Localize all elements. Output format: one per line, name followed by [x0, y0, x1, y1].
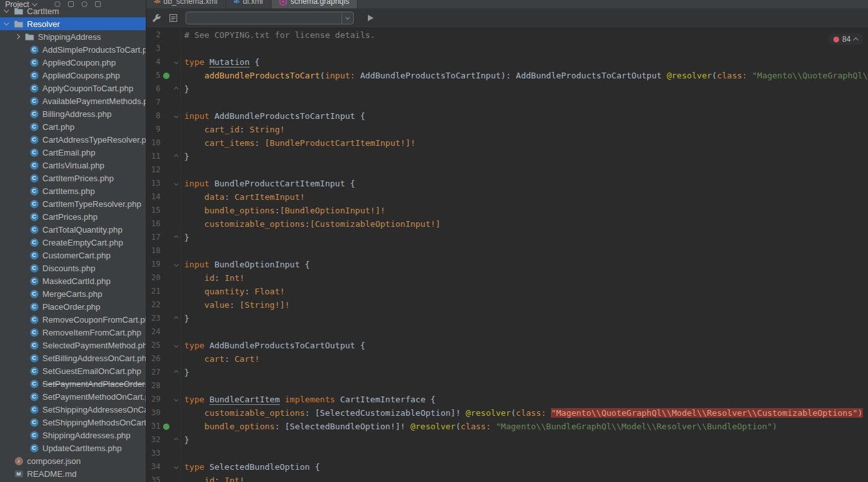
project-tree-item[interactable]: CCartAddressTypeResolver.php: [0, 133, 146, 146]
combo-dropdown-button[interactable]: [342, 12, 353, 24]
chevron-down-icon[interactable]: [3, 22, 10, 26]
fold-marker[interactable]: [174, 154, 178, 159]
code-line[interactable]: 11}: [146, 150, 868, 163]
project-tree-item[interactable]: MREADME.md: [0, 467, 146, 480]
code-line[interactable]: 23}: [146, 312, 868, 325]
project-tree-item[interactable]: CCartEmail.php: [0, 146, 146, 159]
fold-marker[interactable]: [174, 397, 178, 402]
code-line[interactable]: 15 bundle_options:[BundleOptionInput!]!: [146, 204, 868, 217]
project-tree-item[interactable]: Resolver: [0, 17, 146, 30]
project-tree-item[interactable]: CCartTotalQuantity.php: [0, 223, 146, 236]
code-line[interactable]: 33: [146, 447, 868, 460]
code-line[interactable]: 26 cart: Cart!: [146, 352, 868, 366]
code-line[interactable]: 30 customizable_options: [SelectedCustom…: [146, 406, 868, 420]
code-line[interactable]: 35 id: Int!: [146, 474, 868, 482]
code-line[interactable]: 12: [146, 163, 868, 177]
run-icon[interactable]: [368, 15, 374, 21]
project-tree-item[interactable]: CSelectedPaymentMethod.php: [0, 339, 146, 352]
editor[interactable]: 2# See COPYING.txt for license details.3…: [146, 28, 868, 482]
hide-panel-icon[interactable]: [95, 1, 101, 7]
code-line[interactable]: 20 id: Int!: [146, 271, 868, 285]
editor-tab[interactable]: </>db_schema.xml: [146, 0, 226, 8]
project-tree-item[interactable]: CCartItemPrices.php: [0, 172, 146, 184]
code-line[interactable]: 31 bundle_options: [SelectedBundleOption…: [146, 420, 868, 433]
project-tree-item[interactable]: CSetPaymentAndPlaceOrder.php: [0, 377, 146, 390]
code-line[interactable]: 22 value: [String!]!: [146, 298, 868, 312]
run-config-combobox[interactable]: [186, 12, 354, 24]
project-tree-item[interactable]: CCart.php: [0, 120, 146, 133]
code-line[interactable]: 13input BundleProductCartItemInput {: [146, 177, 868, 190]
code-line[interactable]: 2# See COPYING.txt for license details.: [146, 28, 868, 42]
fold-marker[interactable]: [174, 370, 178, 375]
code-line[interactable]: 28: [146, 379, 868, 393]
code-line[interactable]: 16 customizable_options:[CustomizableOpt…: [146, 217, 868, 231]
code-line[interactable]: 29type BundleCartItem implements CartIte…: [146, 393, 868, 406]
project-tree-item[interactable]: CSetBillingAddressOnCart.php: [0, 352, 146, 364]
project-tree-item[interactable]: CMergeCarts.php: [0, 287, 146, 300]
fold-marker[interactable]: [174, 262, 178, 267]
project-tree-item[interactable]: CBillingAddress.php: [0, 107, 146, 120]
project-tree-item[interactable]: CApplyCouponToCart.php: [0, 82, 146, 94]
code-line[interactable]: 32}: [146, 433, 868, 447]
project-tree-item[interactable]: CPlaceOrder.php: [0, 300, 146, 313]
code-line[interactable]: 19input BundleOptionInput {: [146, 258, 868, 271]
project-tree-item[interactable]: CCartIsVirtual.php: [0, 159, 146, 172]
code-line[interactable]: 14 data: CartItemInput!: [146, 190, 868, 204]
project-tree-item[interactable]: CAvailablePaymentMethods.php: [0, 94, 146, 107]
code-line[interactable]: 24: [146, 325, 868, 339]
code-line[interactable]: 27}: [146, 366, 868, 379]
project-tree-item[interactable]: CCartPrices.php: [0, 210, 146, 223]
code-line[interactable]: 10 cart_items: [BundleProductCartItemInp…: [146, 136, 868, 150]
code-line[interactable]: 25type AddBundleProductsToCartOutput {: [146, 339, 868, 352]
fold-marker[interactable]: [174, 114, 178, 118]
resolver-implementation-icon[interactable]: [163, 424, 169, 430]
fold-marker[interactable]: [174, 465, 178, 469]
code-line[interactable]: 34type SelectedBundleOption {: [146, 460, 868, 474]
code-line[interactable]: 4type Mutation {: [146, 55, 868, 69]
code-line[interactable]: 21 quantity: Float!: [146, 285, 868, 298]
inspections-widget[interactable]: 84: [828, 33, 863, 45]
project-tree-item[interactable]: ShippingAddress: [0, 30, 146, 43]
fold-marker[interactable]: [174, 316, 178, 321]
project-tree-item[interactable]: CRemoveItemFromCart.php: [0, 326, 146, 339]
code-line[interactable]: 9 cart_id: String!: [146, 123, 868, 136]
project-tree-item[interactable]: CRemoveCouponFromCart.php: [0, 313, 146, 326]
collapse-all-icon[interactable]: [68, 1, 74, 7]
code-line[interactable]: 3: [146, 42, 868, 55]
code-line[interactable]: 17}: [146, 231, 868, 244]
code-line[interactable]: 5 addBundleProductsToCart(input: AddBund…: [146, 69, 868, 82]
fold-marker[interactable]: [174, 60, 178, 64]
code-line[interactable]: 6}: [146, 82, 868, 96]
chevron-right-icon[interactable]: [13, 35, 21, 39]
code-line[interactable]: 18: [146, 244, 868, 258]
project-tree-item[interactable]: ♪composer.json: [0, 454, 146, 467]
editor-tab[interactable]: </>di.xml: [226, 0, 272, 8]
code-line[interactable]: 8input AddBundleProductsToCartInput {: [146, 109, 868, 123]
fold-marker[interactable]: [174, 343, 178, 348]
project-tree-item[interactable]: CAddSimpleProductsToCart.php: [0, 43, 146, 56]
code-line[interactable]: 7: [146, 96, 868, 109]
project-tree-item[interactable]: CCartItems.php: [0, 184, 146, 197]
fold-marker[interactable]: [174, 438, 178, 442]
fold-marker[interactable]: [174, 235, 178, 240]
project-tree-item[interactable]: CUpdateCartItems.php: [0, 442, 146, 454]
editor-tab[interactable]: schema.graphqls: [272, 0, 358, 8]
project-tree-item[interactable]: CCustomerCart.php: [0, 249, 146, 262]
settings-gear-icon[interactable]: [82, 1, 87, 7]
fold-marker[interactable]: [174, 181, 178, 186]
project-tree-item[interactable]: CCartItemTypeResolver.php: [0, 197, 146, 210]
resolver-implementation-icon[interactable]: [163, 73, 169, 79]
project-tree-item[interactable]: CSetShippingMethodsOnCart.php: [0, 416, 146, 429]
project-tree-item[interactable]: CAppliedCoupons.php: [0, 69, 146, 82]
project-tree-item[interactable]: CMaskedCartId.php: [0, 274, 146, 287]
wrench-icon[interactable]: [152, 13, 161, 23]
chevron-down-icon[interactable]: [3, 9, 10, 13]
project-tree-item[interactable]: CSetGuestEmailOnCart.php: [0, 364, 146, 377]
project-tree-item[interactable]: CCreateEmptyCart.php: [0, 236, 146, 249]
project-tree-item[interactable]: CAppliedCoupon.php: [0, 56, 146, 69]
project-tree-item[interactable]: CDiscounts.php: [0, 262, 146, 274]
scratch-file-icon[interactable]: [169, 13, 178, 22]
project-tree-item[interactable]: CSetShippingAddressesOnCart.php: [0, 403, 146, 416]
project-tree-item[interactable]: CShippingAddresses.php: [0, 429, 146, 442]
project-tree-item[interactable]: CSetPaymentMethodOnCart.php: [0, 390, 146, 403]
